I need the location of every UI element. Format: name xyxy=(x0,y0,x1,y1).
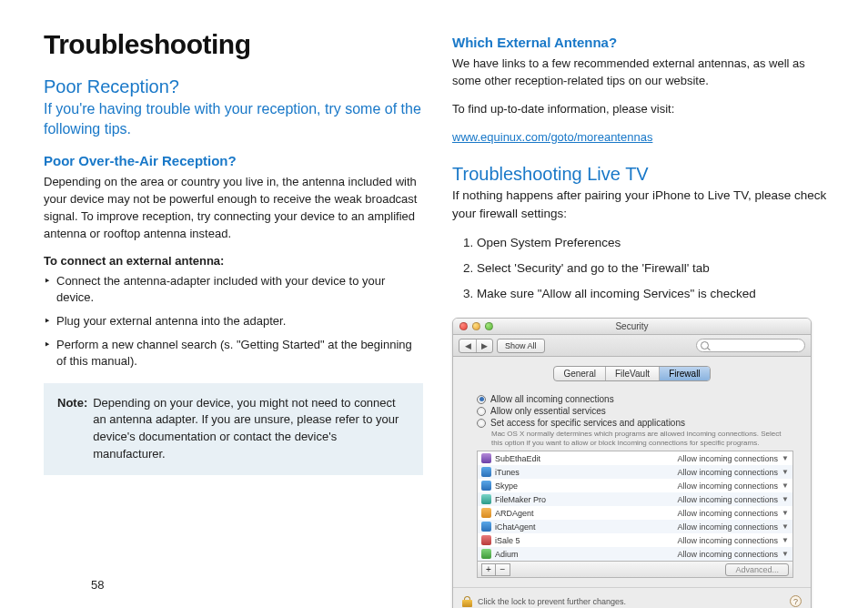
note-text: Depending on your device, you might not … xyxy=(93,395,409,463)
table-row[interactable]: SkypeAllow incoming connections▼ xyxy=(478,479,792,492)
list-item: Connect the antenna-adapter included wit… xyxy=(44,273,423,306)
radio-label: Allow only essential services xyxy=(490,406,606,416)
left-column: Troubleshooting Poor Reception? If you'r… xyxy=(44,29,423,590)
app-name: ARDAgent xyxy=(495,509,678,518)
radio-specific[interactable]: Set access for specific services and app… xyxy=(477,418,794,428)
lock-row: Click the lock to prevent further change… xyxy=(453,587,811,608)
table-row[interactable]: ARDAgentAllow incoming connections▼ xyxy=(478,506,792,520)
lock-text: Click the lock to prevent further change… xyxy=(478,597,626,606)
chevron-down-icon[interactable]: ▼ xyxy=(782,454,789,462)
security-prefs-window: Security ◀ ▶ Show All General FileVault … xyxy=(452,318,812,608)
toolbar: ◀ ▶ Show All xyxy=(453,335,811,357)
advanced-button[interactable]: Advanced... xyxy=(725,563,789,576)
radio-label: Allow all incoming connections xyxy=(490,394,614,404)
radio-label: Set access for specific services and app… xyxy=(490,418,685,428)
table-row[interactable]: iSale 5Allow incoming connections▼ xyxy=(478,533,792,547)
tab-general[interactable]: General xyxy=(554,367,606,380)
section-lead: If you're having trouble with your recep… xyxy=(44,99,423,138)
hint-text: Mac OS X normally determines which progr… xyxy=(491,430,792,447)
bold-lead-connect: To connect an external antenna: xyxy=(44,254,423,268)
table-row[interactable]: AdiumAllow incoming connections▼ xyxy=(478,547,792,561)
app-name: iChatAgent xyxy=(495,522,678,532)
list-item: Select 'Security' and go to the 'Firewal… xyxy=(463,259,832,278)
radio-essential[interactable]: Allow only essential services xyxy=(477,406,794,416)
add-button[interactable]: + xyxy=(481,563,496,576)
permission-label: Allow incoming connections xyxy=(678,495,782,504)
app-name: Adium xyxy=(495,550,678,559)
app-icon xyxy=(481,522,491,532)
list-item: Plug your external antenna into the adap… xyxy=(44,313,423,329)
chevron-down-icon[interactable]: ▼ xyxy=(782,468,789,476)
app-name: iTunes xyxy=(495,468,678,477)
help-button[interactable]: ? xyxy=(790,595,802,607)
show-all-button[interactable]: Show All xyxy=(497,339,545,353)
paragraph-antenna-2: To find up-to-date information, please v… xyxy=(452,101,832,118)
page-number: 58 xyxy=(91,578,104,592)
section-heading-livetv: Troubleshooting Live TV xyxy=(452,164,832,185)
subheading-antenna: Which External Antenna? xyxy=(452,35,832,50)
table-row[interactable]: iTunesAllow incoming connections▼ xyxy=(478,465,792,479)
radio-icon xyxy=(477,395,486,404)
search-icon xyxy=(701,341,709,350)
permission-label: Allow incoming connections xyxy=(678,550,782,559)
window-titlebar: Security xyxy=(453,319,811,335)
app-name: SubEthaEdit xyxy=(495,454,678,463)
remove-button[interactable]: − xyxy=(496,563,510,576)
app-icon xyxy=(481,481,491,491)
paragraph-antenna-1: We have links to a few recommended exter… xyxy=(452,56,832,90)
table-row[interactable]: SubEthaEditAllow incoming connections▼ xyxy=(478,451,792,465)
paragraph-livetv: If nothing happens after pairing your iP… xyxy=(452,187,832,222)
right-column: Which External Antenna? We have links to… xyxy=(452,29,832,590)
tab-filevault[interactable]: FileVault xyxy=(606,367,660,380)
permission-label: Allow incoming connections xyxy=(678,536,782,545)
nav-segment: ◀ ▶ xyxy=(459,339,493,353)
permission-label: Allow incoming connections xyxy=(678,522,782,532)
window-title: Security xyxy=(453,321,811,331)
permission-label: Allow incoming connections xyxy=(678,468,782,477)
chevron-down-icon[interactable]: ▼ xyxy=(782,495,789,503)
list-item: Make sure "Allow all incoming Services" … xyxy=(463,285,832,303)
chevron-down-icon[interactable]: ▼ xyxy=(782,536,789,544)
paragraph-ota: Depending on the area or country you liv… xyxy=(44,174,423,242)
permission-label: Allow incoming connections xyxy=(678,509,782,518)
app-name: FileMaker Pro xyxy=(495,495,678,504)
table-row[interactable]: iChatAgentAllow incoming connections▼ xyxy=(478,520,792,533)
app-icon xyxy=(481,467,491,477)
back-button[interactable]: ◀ xyxy=(459,339,476,352)
list-item: Perform a new channel search (s. "Gettin… xyxy=(44,337,423,370)
app-name: iSale 5 xyxy=(495,536,678,545)
table-footer: + − Advanced... xyxy=(477,562,793,578)
steps-list: Open System Preferences Select 'Security… xyxy=(463,234,832,304)
radio-icon xyxy=(477,419,486,428)
chevron-down-icon[interactable]: ▼ xyxy=(782,522,789,531)
search-input[interactable] xyxy=(696,339,805,352)
table-row[interactable]: FileMaker ProAllow incoming connections▼ xyxy=(478,492,792,506)
radio-allow-all[interactable]: Allow all incoming connections xyxy=(477,394,794,404)
chevron-down-icon[interactable]: ▼ xyxy=(782,550,789,558)
radio-icon xyxy=(477,407,486,416)
permission-label: Allow incoming connections xyxy=(678,481,782,491)
app-icon xyxy=(481,549,491,559)
chevron-down-icon[interactable]: ▼ xyxy=(782,509,789,517)
chevron-down-icon[interactable]: ▼ xyxy=(782,481,789,490)
forward-button[interactable]: ▶ xyxy=(476,339,492,352)
firewall-panel: Allow all incoming connections Allow onl… xyxy=(453,387,811,587)
note-box: Note: Depending on your device, you migh… xyxy=(44,383,423,475)
app-name: Skype xyxy=(495,481,678,491)
page-title: Troubleshooting xyxy=(44,29,423,60)
tab-firewall[interactable]: Firewall xyxy=(660,367,709,380)
external-link-antennas[interactable]: www.equinux.com/goto/moreantennas xyxy=(452,130,652,144)
app-icon xyxy=(481,508,491,518)
permission-label: Allow incoming connections xyxy=(678,454,782,463)
app-icon xyxy=(481,535,491,545)
app-icon xyxy=(481,494,491,504)
subheading-ota: Poor Over-the-Air Reception? xyxy=(44,153,423,168)
lock-icon[interactable] xyxy=(462,596,472,607)
app-icon xyxy=(481,453,491,463)
bullet-list-connect: Connect the antenna-adapter included wit… xyxy=(44,273,423,370)
section-heading-reception: Poor Reception? xyxy=(44,76,423,97)
tabs: General FileVault Firewall xyxy=(553,366,710,381)
app-table: SubEthaEditAllow incoming connections▼iT… xyxy=(477,451,793,562)
tabs-row: General FileVault Firewall xyxy=(453,357,811,387)
list-item: Open System Preferences xyxy=(463,234,832,252)
